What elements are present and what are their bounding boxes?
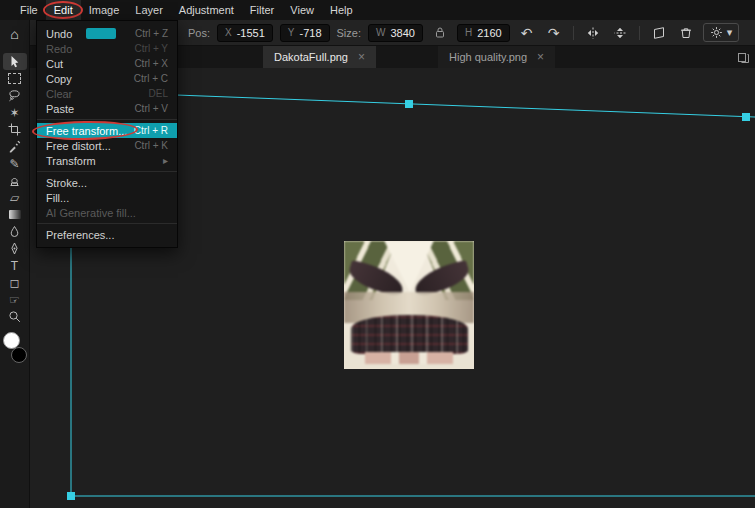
menu-item-ai-generative-fill[interactable]: AI Generative fill... [37,205,177,220]
menu-item-label: Cut [46,58,63,70]
tool-sidebar: ⌂ ✶ ✎ ▱ T ◻ ☞ [0,20,30,508]
menu-item-free-transform[interactable]: Free transform... Ctrl + R [37,123,177,138]
menu-item-cut[interactable]: Cut Ctrl + X [37,56,177,71]
transform-handle-bottom-left[interactable] [67,492,75,500]
caret-down-icon: ▾ [727,26,733,39]
brush-tool[interactable]: ✎ [3,155,27,172]
menu-image[interactable]: Image [81,0,128,20]
menu-edit[interactable]: Edit [46,0,81,20]
menu-item-shortcut: Ctrl + K [134,140,168,151]
tab-dakotafull[interactable]: DakotaFull.png × [263,46,376,68]
submenu-arrow-icon: ▸ [163,155,168,166]
transform-handle-top-center[interactable] [405,100,413,108]
menu-item-undo[interactable]: Undo Ctrl + Z [37,26,177,41]
tab-label: DakotaFull.png [274,51,348,63]
menu-item-label: Undo [46,28,72,40]
x-field-label: X [225,27,232,38]
document-image-content [344,241,474,369]
menu-item-label: Free transform... [46,125,127,137]
menu-item-label: AI Generative fill... [46,207,136,219]
foreground-color-swatch[interactable] [3,332,20,349]
y-field-label: Y [288,27,295,38]
pen-tool[interactable] [3,240,27,257]
menu-help[interactable]: Help [322,0,361,20]
text-tool[interactable]: T [3,257,27,274]
menu-item-label: Copy [46,73,72,85]
gradient-tool[interactable] [3,206,27,223]
transform-handle-top-right[interactable] [742,113,750,121]
menu-view[interactable]: View [282,0,322,20]
menu-item-clear[interactable]: Clear DEL [37,86,177,101]
zoom-tool[interactable] [3,308,27,325]
menu-item-label: Fill... [46,192,69,204]
hand-tool[interactable]: ☞ [3,291,27,308]
redo-icon[interactable]: ↷ [544,23,564,43]
edit-dropdown-menu: Undo Ctrl + Z Redo Ctrl + Y Cut Ctrl + X… [36,20,178,248]
magic-wand-tool[interactable]: ✶ [3,104,27,121]
menu-item-preferences[interactable]: Preferences... [37,227,177,242]
tab-high-quality[interactable]: High quality.png × [438,46,555,68]
delete-icon[interactable] [676,23,696,43]
marquee-icon [8,73,21,84]
menu-item-redo[interactable]: Redo Ctrl + Y [37,41,177,56]
menu-separator [37,119,177,120]
size-h-field[interactable]: H 2160 [457,24,510,42]
background-color-swatch[interactable] [11,347,27,363]
w-field-value: 3840 [390,27,414,39]
menu-adjustment[interactable]: Adjustment [171,0,242,20]
flip-horizontal-icon[interactable] [583,23,603,43]
menu-layer[interactable]: Layer [127,0,171,20]
size-w-field[interactable]: W 3840 [368,24,423,42]
menu-item-label: Clear [46,88,72,100]
menu-item-copy[interactable]: Copy Ctrl + C [37,71,177,86]
menu-item-shortcut: Ctrl + C [134,73,168,84]
toolbar-separator [573,26,574,40]
pos-label: Pos: [188,27,210,39]
menu-item-paste[interactable]: Paste Ctrl + V [37,101,177,116]
menu-item-free-distort[interactable]: Free distort... Ctrl + K [37,138,177,153]
menu-item-shortcut: Ctrl + R [134,125,168,136]
gear-icon [710,26,723,39]
menu-item-shortcut: DEL [149,88,168,99]
menu-file[interactable]: File [12,0,46,20]
shape-tool[interactable]: ◻ [3,274,27,291]
move-tool[interactable] [3,53,27,70]
color-swatches[interactable] [2,332,28,363]
home-icon[interactable]: ⌂ [3,24,27,44]
pos-y-field[interactable]: Y -718 [280,24,330,42]
close-icon[interactable]: × [537,51,544,63]
menu-item-shortcut: Ctrl + V [134,103,168,114]
menu-item-label: Paste [46,103,74,115]
crop-tool[interactable] [3,121,27,138]
eyedropper-tool[interactable] [3,138,27,155]
distort-icon[interactable] [649,23,669,43]
menu-item-shortcut: Ctrl + X [134,58,168,69]
menu-item-label: Transform [46,155,96,167]
tab-label: High quality.png [449,51,527,63]
menu-item-label: Stroke... [46,177,87,189]
panel-toggle-icon[interactable] [737,46,755,68]
clone-stamp-tool[interactable] [3,172,27,189]
menu-filter[interactable]: Filter [242,0,282,20]
h-field-label: H [465,27,472,38]
menu-item-fill[interactable]: Fill... [37,190,177,205]
pos-x-field[interactable]: X -1551 [217,24,273,42]
undo-icon[interactable]: ↶ [517,23,537,43]
flip-vertical-icon[interactable] [610,23,630,43]
h-field-value: 2160 [477,27,501,39]
menu-item-label: Redo [46,43,72,55]
lasso-tool[interactable] [3,87,27,104]
w-field-label: W [376,27,385,38]
menu-item-transform[interactable]: Transform ▸ [37,153,177,168]
marquee-select-tool[interactable] [3,70,27,87]
blur-tool[interactable] [3,223,27,240]
eraser-tool[interactable]: ▱ [3,189,27,206]
menu-item-stroke[interactable]: Stroke... [37,175,177,190]
lock-aspect-icon[interactable] [430,23,450,43]
menu-separator [37,171,177,172]
tool-settings-button[interactable]: ▾ [703,23,740,42]
menu-item-shortcut: Ctrl + Y [135,43,168,54]
close-icon[interactable]: × [358,51,365,63]
document-image[interactable] [344,241,474,369]
menu-bar: File Edit Image Layer Adjustment Filter … [0,0,755,20]
